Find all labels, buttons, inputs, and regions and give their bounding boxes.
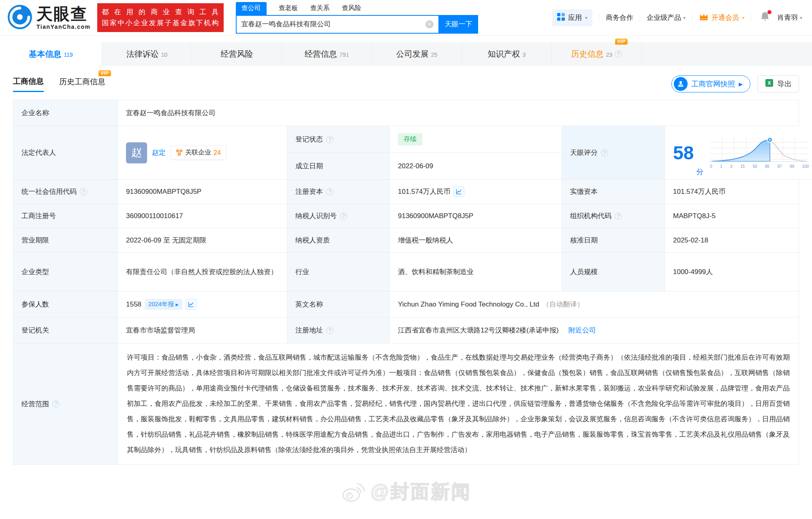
tab-basic-info[interactable]: 基本信息 119 <box>0 42 102 66</box>
english-name-text: Yichun Zhao Yiming Food Technology Co., … <box>398 300 539 309</box>
tab-count: 25 <box>431 51 438 58</box>
promo-banner: 都在用的商业查询工具 国家中小企业发展子基金旗下机构 <box>97 3 224 32</box>
field-value-address: 江西省宜春市袁州区大塘路12号汉卿楼2楼(承诺申报) 附近公司 <box>390 317 799 343</box>
tab-company-development[interactable]: 公司发展 25 <box>372 42 462 66</box>
header-nav: 应用 ▾ 商务合作 企业级产品 ▾ 开通会员 ▾ <box>552 9 802 26</box>
tab-label: 历史信息 <box>571 49 604 60</box>
field-value-company-name: 宜春赵一鸣食品科技有限公司 <box>118 100 799 126</box>
nav-cooperation[interactable]: 商务合作 <box>606 13 633 22</box>
status-badge: 存续 <box>398 133 422 146</box>
tab-legal[interactable]: 法律诉讼 10 <box>102 42 192 66</box>
search-area: 查公司 查老板 查关系 查风险 ✕ 天眼一下 <box>236 2 478 34</box>
subtab-row: 工商信息 VIP 历史工商信息 工商官网快照 ▶ X 导出 <box>0 66 812 97</box>
tab-intellectual-property[interactable]: 知识产权 3 <box>462 42 552 66</box>
divider <box>751 14 751 22</box>
user-name: 肖青羽 <box>777 13 798 22</box>
excel-icon: X <box>765 79 774 89</box>
insured-count: 1558 <box>126 300 141 309</box>
divider <box>640 14 640 22</box>
legal-rep-name-link[interactable]: 赵定 <box>152 148 166 157</box>
field-label-english-name: 英文名称 <box>287 292 390 317</box>
user-menu[interactable]: 肖青羽 ▾ <box>777 13 802 22</box>
field-value-taxpayer-quality: 增值税一般纳税人 <box>390 228 562 253</box>
business-info-table: 企业名称 宜春赵一鸣食品科技有限公司 法定代表人 赵 赵定 关联企业 24 登记… <box>13 100 799 465</box>
score-distribution-chart: 01 315 5085 9799 100 <box>710 137 809 169</box>
field-value-approval-date: 2025-02-18 <box>665 228 799 253</box>
value-text: 101.574万人民币 <box>398 187 450 196</box>
promo-banner-line2: 国家中小企业发展子基金旗下机构 <box>102 18 219 28</box>
help-icon[interactable]: ? <box>52 400 60 407</box>
field-value-reg-authority: 宜春市市场监督管理局 <box>118 317 287 343</box>
label-text: 组织机构代码 <box>570 211 611 221</box>
field-label-org-code: 组织机构代码 ? <box>562 204 665 228</box>
app-grid-icon <box>557 13 565 23</box>
stamp-icon <box>674 77 688 91</box>
promo-banner-line1: 都在用的商业查询工具 <box>102 7 219 17</box>
apps-menu[interactable]: 应用 ▾ <box>552 9 592 26</box>
search-tab-company[interactable]: 查公司 <box>236 2 267 15</box>
help-icon[interactable]: ? <box>601 149 608 157</box>
field-label-score: 天眼评分 ? <box>562 126 665 180</box>
chevron-down-icon: ▾ <box>742 15 744 21</box>
open-vip-button[interactable]: 开通会员 ▾ <box>699 13 744 23</box>
tab-count: 791 <box>340 51 349 58</box>
trend-chart-icon[interactable] <box>186 299 197 310</box>
field-label-address: 注册地址 ? <box>287 317 390 343</box>
field-value-paid-capital: 101.574万人民币 <box>665 180 799 204</box>
tianyancha-logo[interactable]: 天眼查 TianYanCha.com <box>7 4 91 31</box>
field-value-reg-capital: 101.574万人民币 <box>390 180 562 204</box>
related-companies-count: 24 <box>214 149 221 157</box>
search-input[interactable] <box>241 20 425 28</box>
arrow-right-icon: ▶ <box>739 81 743 87</box>
annual-report-badge[interactable]: 2024年报 ▸ <box>145 299 182 310</box>
official-snapshot-button[interactable]: 工商官网快照 ▶ <box>671 75 750 92</box>
label-text: 经营范围 <box>21 399 49 409</box>
trend-chart-icon[interactable] <box>453 186 464 197</box>
bell-curve-chart <box>710 137 809 163</box>
field-value-staff-size: 1000-4999人 <box>665 253 799 292</box>
field-label-paid-capital: 实缴资本 <box>562 180 665 204</box>
field-label-reg-number: 工商注册号 <box>13 204 118 228</box>
legal-rep-avatar[interactable]: 赵 <box>126 142 147 163</box>
related-companies-badge[interactable]: 关联企业 24 <box>171 146 226 160</box>
help-icon[interactable]: ? <box>615 212 622 220</box>
help-icon[interactable]: ? <box>340 212 347 220</box>
nav-enterprise-products[interactable]: 企业级产品 ▾ <box>647 13 686 22</box>
label-text: 注册地址 <box>295 326 323 335</box>
search-tab-boss[interactable]: 查老板 <box>279 2 298 15</box>
help-icon[interactable]: ? <box>80 188 87 195</box>
search-button[interactable]: 天眼一下 <box>439 15 478 34</box>
tabbar-filler <box>642 42 812 66</box>
nav-enterprise-label: 企业级产品 <box>647 13 681 22</box>
logo-swirl-icon <box>7 4 32 31</box>
field-label-business-scope: 经营范围 ? <box>13 343 118 465</box>
field-value-org-code: MABPTQ8J-5 <box>665 204 799 228</box>
search-tab-risk[interactable]: 查风险 <box>342 2 361 15</box>
tab-label: 公司发展 <box>396 49 429 60</box>
subtab-history-business-info[interactable]: VIP 历史工商信息 <box>59 77 105 91</box>
nearby-companies-link[interactable]: 附近公司 <box>568 326 596 335</box>
tab-label: 知识产权 <box>488 49 520 60</box>
tab-history-info[interactable]: VIP 历史信息 23 ? <box>552 42 642 66</box>
help-icon[interactable]: ? <box>326 327 333 334</box>
help-icon[interactable]: ? <box>326 136 333 143</box>
export-button[interactable]: X 导出 <box>758 75 799 92</box>
weibo-icon <box>341 480 367 503</box>
tab-count: 23 <box>606 51 613 58</box>
clear-search-icon[interactable]: ✕ <box>425 20 434 28</box>
notification-bell[interactable] <box>760 11 770 24</box>
search-tab-relation[interactable]: 查关系 <box>310 2 330 15</box>
tab-operation-info[interactable]: 经营信息 791 <box>282 42 372 66</box>
help-icon[interactable]: ? <box>326 188 333 195</box>
help-icon[interactable]: ? <box>615 50 622 58</box>
tab-label: 法律诉讼 <box>126 49 159 60</box>
field-value-company-type: 有限责任公司（非自然人投资或控股的法人独资） <box>118 253 287 292</box>
vip-badge: VIP <box>98 70 111 76</box>
tab-operation-risk[interactable]: 经营风险 <box>192 42 282 66</box>
subtab-business-info[interactable]: 工商信息 <box>13 76 44 92</box>
auto-translate-note: （自动翻译） <box>543 300 584 309</box>
field-label-reg-capital: 注册资本 ? <box>287 180 390 204</box>
field-label-legal-rep: 法定代表人 <box>13 126 118 180</box>
field-value-credit-code: 91360900MABPTQ8J5P <box>118 180 287 204</box>
divider <box>599 14 599 22</box>
